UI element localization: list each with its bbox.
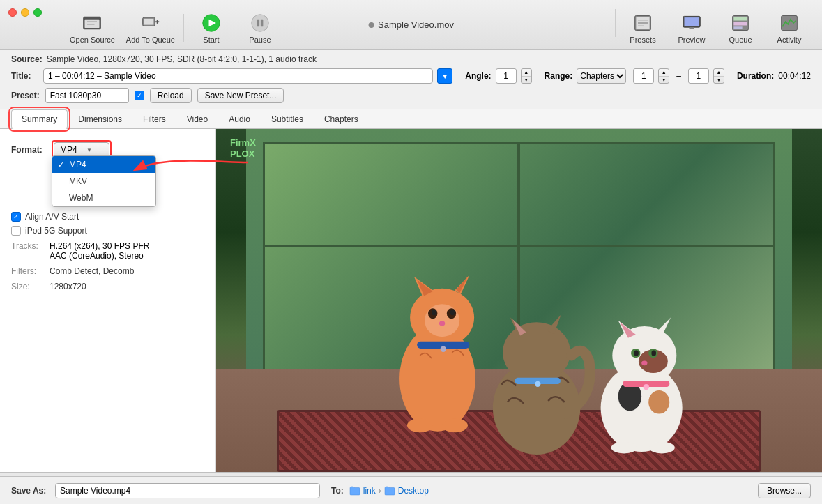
tab-summary[interactable]: Summary xyxy=(11,109,68,129)
browse-button[interactable]: Browse... xyxy=(758,483,811,498)
bottom-bar: Save As: To: link › Desktop Browse... xyxy=(0,476,822,504)
title-bar: Sample Video.mov Open Source xyxy=(0,0,822,50)
tracks-value: H.264 (x264), 30 FPS PFR AAC (CoreAudio)… xyxy=(50,241,149,261)
angle-input[interactable] xyxy=(496,68,517,84)
tab-filters[interactable]: Filters xyxy=(132,109,176,128)
open-source-button[interactable]: Open Source xyxy=(64,9,121,47)
calico-cat xyxy=(601,317,683,453)
range-from-up-icon[interactable]: ▲ xyxy=(659,69,669,77)
range-to-down-icon[interactable]: ▼ xyxy=(714,77,724,84)
ipod-support-checkbox[interactable] xyxy=(11,226,21,236)
angle-label: Angle: xyxy=(465,71,491,81)
checkboxes-section: ✓ Align A/V Start iPod 5G Support xyxy=(11,212,204,236)
preview-icon xyxy=(680,12,703,34)
size-item: Size: 1280x720 xyxy=(11,282,204,291)
activity-label: Activity xyxy=(777,36,802,44)
queue-button[interactable]: Queue xyxy=(716,9,765,47)
presets-button[interactable]: Presets xyxy=(618,9,667,47)
preview-label: Preview xyxy=(678,36,705,44)
close-button[interactable] xyxy=(8,8,17,17)
format-row: Format: MP4 ▼ ✓ MP4 MKV xyxy=(11,140,204,160)
minimize-button[interactable] xyxy=(21,8,29,17)
save-new-preset-button[interactable]: Save New Preset... xyxy=(197,88,284,103)
range-from-stepper[interactable]: ▲ ▼ xyxy=(658,68,669,84)
svg-rect-19 xyxy=(685,17,699,26)
range-from-input[interactable] xyxy=(633,68,654,84)
save-as-label: Save As: xyxy=(11,486,50,496)
svg-rect-25 xyxy=(733,26,742,29)
add-to-queue-button[interactable]: Add To Queue xyxy=(121,9,181,47)
duration-value: 00:04:12 xyxy=(778,71,811,81)
save-as-input[interactable] xyxy=(55,483,320,498)
angle-stepper[interactable]: ▲ ▼ xyxy=(521,68,532,84)
angle-up-icon[interactable]: ▲ xyxy=(522,69,531,77)
tab-chapters[interactable]: Chapters xyxy=(314,109,369,128)
format-option-mp4[interactable]: ✓ MP4 xyxy=(52,156,155,173)
size-value: 1280x720 xyxy=(50,282,204,291)
range-to-stepper[interactable]: ▲ ▼ xyxy=(713,68,724,84)
start-button[interactable]: Start xyxy=(187,9,236,47)
title-label: Title: xyxy=(11,71,39,81)
range-type-select[interactable]: Chapters xyxy=(577,68,626,84)
source-label: Source: xyxy=(11,54,43,64)
traffic-lights xyxy=(8,8,42,17)
tab-dimensions[interactable]: Dimensions xyxy=(68,109,132,128)
svg-rect-5 xyxy=(144,18,153,24)
svg-point-38 xyxy=(450,310,455,315)
title-input[interactable] xyxy=(43,68,433,84)
info-area: Source: Sample Video, 1280x720, 30 FPS, … xyxy=(0,50,822,109)
reload-button[interactable]: Reload xyxy=(150,88,192,103)
path-display[interactable]: link › Desktop xyxy=(349,486,429,496)
filters-item: Filters: Comb Detect, Decomb xyxy=(11,266,204,276)
open-source-icon xyxy=(81,12,103,34)
svg-point-67 xyxy=(649,442,675,454)
size-label: Size: xyxy=(11,282,50,291)
svg-point-66 xyxy=(611,442,637,454)
preset-label: Preset: xyxy=(11,91,40,100)
tab-subtitles[interactable]: Subtitles xyxy=(261,109,314,128)
maximize-button[interactable] xyxy=(33,8,42,17)
preview-button[interactable]: Preview xyxy=(667,9,716,47)
align-av-label: Align A/V Start xyxy=(25,212,79,222)
path-link: link xyxy=(363,486,376,496)
tracks-item: Tracks: H.264 (x264), 30 FPS PFR AAC (Co… xyxy=(11,241,204,261)
checkmark-icon: ✓ xyxy=(58,160,64,169)
svg-point-10 xyxy=(252,14,269,31)
range-to-input[interactable] xyxy=(688,68,709,84)
pause-button[interactable]: Pause xyxy=(236,9,284,47)
left-panel: Format: MP4 ▼ ✓ MP4 MKV xyxy=(0,129,216,472)
tabs-bar: Summary Dimensions Filters Video Audio S… xyxy=(0,109,822,129)
svg-point-55 xyxy=(648,390,669,413)
tab-video[interactable]: Video xyxy=(176,109,218,128)
title-action-button[interactable]: ▼ xyxy=(437,68,452,84)
align-av-checkbox[interactable]: ✓ xyxy=(11,212,21,222)
align-av-row: ✓ Align A/V Start xyxy=(11,212,204,222)
format-option-mkv[interactable]: MKV xyxy=(52,173,155,190)
presets-icon xyxy=(632,12,654,34)
video-panel: FirmX PLOX xyxy=(216,129,822,472)
range-to-up-icon[interactable]: ▲ xyxy=(714,69,724,77)
format-dropdown-wrap: MP4 ▼ ✓ MP4 MKV WebM xyxy=(52,140,112,160)
path-folder: Desktop xyxy=(398,486,429,496)
link-folder-icon xyxy=(349,486,360,496)
svg-point-61 xyxy=(634,350,639,356)
activity-button[interactable]: Activity xyxy=(765,9,814,47)
svg-rect-12 xyxy=(261,19,264,26)
preset-row: Preset: ✓ Reload Save New Preset... xyxy=(11,88,811,103)
toolbar-separator-1 xyxy=(183,14,184,42)
tab-audio[interactable]: Audio xyxy=(218,109,261,128)
range-from-down-icon[interactable]: ▼ xyxy=(659,77,669,84)
svg-point-43 xyxy=(442,418,468,432)
angle-down-icon[interactable]: ▼ xyxy=(522,77,531,84)
ipod-support-label: iPod 5G Support xyxy=(25,226,87,236)
preset-input[interactable] xyxy=(45,88,129,103)
format-option-webm[interactable]: WebM xyxy=(52,190,155,206)
watermark: FirmX PLOX xyxy=(230,137,256,159)
svg-point-62 xyxy=(651,350,656,356)
svg-point-34 xyxy=(425,304,459,337)
svg-point-41 xyxy=(441,346,446,351)
preset-checkbox[interactable]: ✓ xyxy=(135,91,144,100)
cat-scene: FirmX PLOX xyxy=(216,129,822,472)
activity-icon xyxy=(778,12,800,34)
svg-point-63 xyxy=(641,360,647,365)
